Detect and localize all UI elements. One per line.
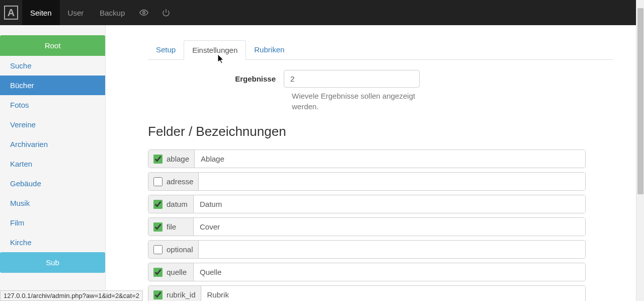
field-row-adresse: adresse [148,172,586,191]
field-key-label: optional [167,245,193,254]
field-ablage-checkbox[interactable] [153,155,163,164]
sidebar-item-karten[interactable]: Karten [0,154,105,174]
ergebnisse-label: Ergebnisse [148,74,284,83]
scrollbar-thumb[interactable] [637,8,643,194]
sidebar: Root Suche Bücher Fotos Vereine Archivar… [0,25,106,301]
field-rubrik-id-input[interactable] [201,286,585,301]
main-content: Setup Einstellungen Rubriken Ergebnisse … [106,25,644,301]
field-key-label: ablage [167,155,189,163]
field-optional-input[interactable] [199,241,585,258]
field-optional-checkbox[interactable] [153,245,163,254]
sidebar-item-archivarien[interactable]: Archivarien [0,134,105,154]
sidebar-item-gebaeude[interactable]: Gebäude [0,174,105,193]
field-row-optional: optional [148,240,586,259]
nav-user[interactable]: User [60,0,92,25]
browser-status-url: 127.0.0.1/archiv/admin.php?aw=1&id=2&cat… [0,290,143,301]
page-scrollbar[interactable] [636,0,644,301]
field-adresse-checkbox[interactable] [153,177,163,186]
sidebar-item-buecher[interactable]: Bücher [0,76,105,95]
tab-setup[interactable]: Setup [148,40,184,60]
field-key-label: rubrik_id [167,290,196,299]
eye-icon[interactable] [133,0,155,25]
fields-table: ablage adresse datum [148,149,586,301]
field-row-file: file [148,217,586,236]
field-key-label: file [167,222,176,231]
field-key-label: quelle [167,268,187,276]
field-row-quelle: quelle [148,263,586,281]
sidebar-item-vereine[interactable]: Vereine [0,115,105,134]
sidebar-item-kirche[interactable]: Kirche [0,233,105,252]
field-ablage-input[interactable] [195,150,585,168]
field-datum-checkbox[interactable] [153,200,163,209]
sidebar-sub-button[interactable]: Sub [0,252,105,273]
field-file-checkbox[interactable] [153,222,163,232]
sidebar-item-fotos[interactable]: Fotos [0,95,105,115]
sidebar-root-button[interactable]: Root [0,35,105,56]
field-file-input[interactable] [194,218,585,236]
field-key-label: datum [167,200,188,208]
top-navbar: A Seiten User Backup [0,0,644,25]
field-datum-input[interactable] [194,195,585,213]
field-row-ablage: ablage [148,149,586,168]
sidebar-item-musik[interactable]: Musik [0,193,105,213]
field-quelle-input[interactable] [194,263,585,281]
sidebar-item-film[interactable]: Film [0,213,105,233]
nav-backup[interactable]: Backup [92,0,133,25]
brand-logo[interactable]: A [4,6,18,20]
nav-seiten[interactable]: Seiten [22,0,60,25]
svg-point-0 [143,12,145,14]
ergebnisse-help: Wievele Ergebnisse sollen angezeigt werd… [292,91,423,112]
field-adresse-input[interactable] [199,173,585,190]
section-title: Felder / Bezeichnungen [148,124,614,139]
field-row-datum: datum [148,195,586,213]
tab-bar: Setup Einstellungen Rubriken [148,40,614,60]
ergebnisse-row: Ergebnisse [148,70,614,88]
field-quelle-checkbox[interactable] [153,268,163,277]
sidebar-item-suche[interactable]: Suche [0,56,105,76]
power-icon[interactable] [155,0,177,25]
field-key-label: adresse [167,177,193,186]
tab-einstellungen[interactable]: Einstellungen [184,40,246,60]
ergebnisse-input[interactable] [284,70,420,88]
field-row-rubrik-id: rubrik_id [148,285,586,301]
tab-rubriken[interactable]: Rubriken [246,40,292,60]
field-rubrik-id-checkbox[interactable] [153,290,163,299]
